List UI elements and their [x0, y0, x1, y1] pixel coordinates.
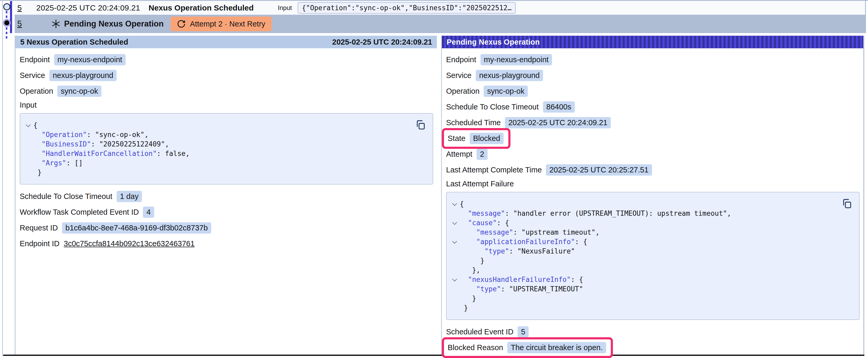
retry-icon: [177, 20, 186, 28]
code-line: },: [450, 265, 854, 275]
event-timeline: [0, 0, 15, 44]
field-value-badge: 2025-02-25 UTC 20:24:09.21: [505, 117, 611, 128]
scheduled-panel-header: 5 Nexus Operation Scheduled 2025-02-25 U…: [16, 36, 437, 48]
event-input-label: Input: [278, 4, 292, 11]
field-label: Endpoint: [446, 55, 476, 64]
field-label: Endpoint ID: [20, 239, 60, 248]
attempt-retry-badge: Attempt 2 · Next Retry: [170, 17, 272, 31]
highlight-annotation-box: State Blocked: [442, 128, 510, 149]
code-line: "HandlerWaitForCancellation": false,: [24, 149, 428, 158]
collapse-caret-icon[interactable]: [452, 239, 457, 243]
scheduled-fields-bottom: Schedule To Close Timeout 1 day Workflow…: [20, 190, 433, 250]
timeline-dashed-connector: [6, 11, 7, 20]
code-line: "applicationFailureInfo": {: [450, 237, 854, 247]
input-json-viewer: { "Operation": "sync-op-ok", "BusinessID…: [20, 113, 433, 185]
event-id-link[interactable]: 5: [17, 19, 26, 29]
failure-json-viewer: { "message": "handler error (UPSTREAM_TI…: [446, 192, 860, 320]
pending-operation-detail-panel: Pending Nexus Operation Endpoint my-nexu…: [441, 36, 864, 355]
collapse-caret-icon[interactable]: [452, 220, 457, 225]
field-row: Workflow Task Completed Event ID 4: [20, 206, 433, 218]
field-value-badge: 5: [518, 326, 529, 337]
code-line: }: [450, 294, 854, 303]
field-value-badge: 1 day: [117, 191, 142, 202]
field-value-badge: my-nexus-endpoint: [480, 54, 552, 65]
attempt-badge-label: Attempt 2 · Next Retry: [190, 20, 265, 28]
last-attempt-failure-label: Last Attempt Failure: [446, 180, 860, 188]
field-row: Blocked Reason The circuit breaker is op…: [446, 341, 860, 354]
field-label: Scheduled Event ID: [446, 328, 513, 336]
field-label: Operation: [446, 87, 479, 96]
field-label: Schedule To Close Timeout: [20, 192, 113, 201]
field-row: Attempt 2: [446, 148, 860, 160]
field-value-link[interactable]: 3c0c75ccfa8144b092c13ce632463761: [64, 239, 195, 248]
event-open-circle-icon: [3, 3, 11, 11]
field-value-badge: sync-op-ok: [57, 86, 101, 97]
code-line: "Args": []: [24, 158, 428, 168]
pending-panel-title: Pending Nexus Operation: [446, 38, 540, 46]
code-line: "Operation": "sync-op-ok",: [24, 130, 428, 139]
scheduled-event-detail-panel: 5 Nexus Operation Scheduled 2025-02-25 U…: [15, 36, 437, 355]
field-row: Operation sync-op-ok: [446, 85, 860, 97]
code-line: {: [450, 199, 854, 209]
left-page-border: [2, 0, 3, 356]
event-input-preview-pill[interactable]: {"Operation":"sync-op-ok","BusinessID":"…: [298, 2, 516, 14]
copy-icon[interactable]: [415, 120, 426, 130]
field-value-badge: b1c6a4bc-8ee7-468a-9169-df3b02c8737b: [62, 222, 211, 234]
event-row-nexus-operation-scheduled[interactable]: 5 2025-02-25 UTC 20:24:09.21 Nexus Opera…: [15, 1, 865, 15]
input-section-label: Input: [20, 101, 433, 109]
field-value-badge: my-nexus-endpoint: [54, 54, 126, 65]
field-label: Scheduled Time: [446, 118, 501, 127]
code-line: }: [450, 303, 854, 313]
field-row: Last Attempt Complete Time 2025-02-25 UT…: [446, 164, 860, 176]
pending-fields: Endpoint my-nexus-endpoint Service nexus…: [446, 54, 860, 176]
field-row: Service nexus-playground: [20, 69, 433, 82]
event-title: Nexus Operation Scheduled: [149, 3, 253, 12]
event-row-pending-nexus-operation[interactable]: 5 Pending Nexus Operation Attempt 2 · Ne…: [15, 15, 865, 33]
code-line: "type": "NexusFailure": [450, 247, 854, 256]
field-label: Service: [20, 71, 45, 80]
field-row: Endpoint ID 3c0c75ccfa8144b092c13ce63246…: [20, 237, 433, 250]
field-label: Workflow Task Completed Event ID: [20, 208, 139, 217]
field-row: Operation sync-op-ok: [20, 85, 433, 97]
field-value-badge: sync-op-ok: [484, 86, 528, 97]
scheduled-fields: Endpoint my-nexus-endpoint Service nexus…: [20, 54, 433, 97]
collapse-caret-icon[interactable]: [452, 276, 457, 281]
pending-star-icon: [52, 20, 60, 28]
field-value-badge: 2025-02-25 UTC 20:25:27.51: [546, 164, 652, 175]
field-label: State: [448, 134, 466, 143]
code-line: }: [450, 256, 854, 265]
field-value-badge: nexus-playground: [50, 70, 117, 81]
field-value-badge: The circuit breaker is open.: [507, 342, 606, 353]
field-value-badge: 2: [476, 149, 488, 160]
field-row: Schedule To Close Timeout 1 day: [20, 190, 433, 202]
code-line: "type": "UPSTREAM_TIMEOUT": [450, 284, 854, 294]
field-row: Scheduled Event ID 5: [446, 326, 860, 338]
code-line: "message": "upstream timeout",: [450, 228, 854, 237]
field-value-badge: Blocked: [470, 133, 504, 144]
code-line: {: [24, 121, 428, 130]
field-value-badge: 4: [143, 206, 154, 218]
field-label: Service: [446, 71, 471, 80]
event-details-split-view: 5 Nexus Operation Scheduled 2025-02-25 U…: [15, 36, 864, 355]
event-title: Pending Nexus Operation: [64, 19, 164, 29]
field-label: Last Attempt Complete Time: [446, 166, 542, 174]
field-row: Endpoint my-nexus-endpoint: [20, 54, 433, 66]
code-line: "nexusHandlerFailureInfo": {: [450, 275, 854, 284]
scheduled-panel-title: 5 Nexus Operation Scheduled: [20, 38, 128, 46]
collapse-caret-icon[interactable]: [26, 122, 30, 127]
field-row: State Blocked: [446, 132, 860, 144]
field-label: Blocked Reason: [448, 343, 503, 352]
copy-icon[interactable]: [841, 198, 852, 209]
field-value-badge: 86400s: [543, 101, 575, 112]
code-line: "cause": {: [450, 218, 854, 228]
highlight-annotation-box: Blocked Reason The circuit breaker is op…: [442, 337, 613, 358]
code-line: "message": "handler error (UPSTREAM_TIME…: [450, 209, 854, 218]
bottom-divider-line: [3, 355, 864, 356]
field-row: Schedule To Close Timeout 86400s: [446, 101, 860, 113]
event-history-rows: 5 2025-02-25 UTC 20:24:09.21 Nexus Opera…: [15, 1, 866, 33]
field-label: Operation: [20, 87, 53, 96]
collapse-caret-icon[interactable]: [452, 201, 457, 206]
event-id-link[interactable]: 5: [17, 3, 26, 12]
field-label: Attempt: [446, 150, 472, 159]
field-value-badge: nexus-playground: [476, 70, 543, 81]
